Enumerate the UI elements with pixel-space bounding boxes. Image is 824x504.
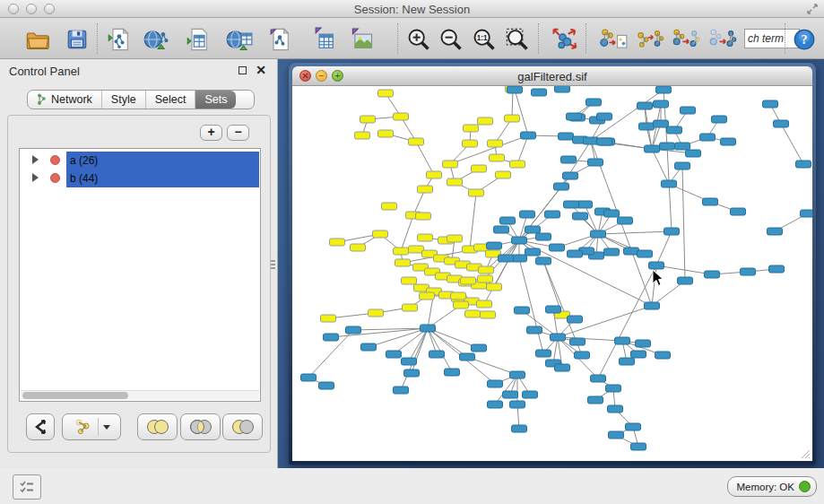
help-button[interactable]: ? — [790, 25, 819, 54]
set-row-b[interactable]: b (44) — [20, 169, 260, 187]
expand-arrow-icon[interactable] — [32, 173, 39, 182]
application-window: Session: New Session — [0, 0, 824, 504]
set-difference-button[interactable] — [222, 413, 263, 440]
network-frame-title: galFiltered.sif — [292, 70, 812, 83]
toolbar-separator — [785, 23, 785, 54]
import-network-web-icon — [143, 27, 170, 52]
create-set-dropdown-button[interactable] — [62, 413, 121, 440]
remove-set-button[interactable]: − — [227, 125, 249, 141]
tab-network[interactable]: Network — [28, 91, 102, 109]
set-row-label: b (44) — [70, 172, 98, 185]
control-panel-tabbar: Network Style Select Sets — [27, 90, 255, 109]
import-network-file-button[interactable] — [105, 25, 134, 54]
toolbar-separator — [397, 23, 398, 54]
open-session-button[interactable] — [23, 25, 52, 54]
zoom-fit-selected-button[interactable] — [503, 25, 532, 54]
tab-style-label: Style — [111, 93, 136, 106]
set-color-icon — [50, 173, 60, 183]
select-first-neighbors-button[interactable] — [636, 25, 664, 54]
resize-grip-icon[interactable] — [800, 448, 811, 459]
set-row-a[interactable]: a (26) — [20, 152, 260, 169]
fullscreen-icon[interactable] — [806, 3, 819, 15]
button-divider — [98, 418, 99, 436]
import-table-web-button[interactable] — [225, 25, 254, 54]
new-network-from-selection-icon — [672, 26, 700, 53]
svg-text:1:1: 1:1 — [477, 34, 488, 42]
new-network-from-selection-button[interactable] — [672, 25, 700, 54]
status-bar: Memory: OK — [0, 468, 824, 504]
memory-status-button[interactable]: Memory: OK — [727, 476, 817, 497]
zoom-in-button[interactable] — [404, 25, 433, 54]
neighbors-file-icon — [599, 26, 628, 53]
tab-sets-label: Sets — [204, 93, 227, 106]
zoom-actual-size-button[interactable]: 1:1 — [470, 25, 499, 54]
network-tab-icon — [37, 93, 48, 106]
set-intersection-button[interactable] — [180, 413, 221, 440]
export-table-icon — [312, 27, 337, 52]
horizontal-scrollbar[interactable] — [21, 390, 259, 400]
apply-layout-button[interactable] — [551, 25, 579, 54]
tab-style[interactable]: Style — [102, 91, 146, 109]
zoom-in-icon — [406, 27, 431, 52]
splitter-collapse-handle[interactable] — [271, 260, 275, 271]
export-network-button[interactable] — [265, 25, 294, 54]
network-frame[interactable]: ✕ − + galFiltered.sif — [289, 63, 816, 465]
tab-select[interactable]: Select — [146, 91, 196, 109]
new-network-selected-edges-icon — [708, 26, 737, 53]
help-icon: ? — [793, 28, 816, 51]
open-icon — [25, 27, 50, 52]
mouse-cursor — [652, 269, 664, 287]
add-set-button[interactable]: + — [200, 125, 222, 141]
export-table-button[interactable] — [310, 25, 339, 54]
zoom-fit-icon — [505, 27, 530, 52]
split-sets-button[interactable] — [26, 413, 55, 440]
venn-difference-icon — [230, 419, 256, 435]
sets-list[interactable]: a (26) b (44) — [19, 148, 261, 402]
memory-ok-icon — [799, 481, 811, 492]
split-icon — [31, 418, 49, 436]
neighbors-from-file-button[interactable] — [599, 25, 628, 54]
scrollbar-thumb[interactable] — [22, 392, 128, 399]
apply-layout-icon — [551, 26, 578, 53]
network-graph-svg[interactable] — [292, 86, 812, 461]
save-icon — [65, 28, 89, 51]
control-panel: Control Panel ✕ Network Style Select — [0, 59, 278, 468]
save-session-button[interactable] — [63, 25, 91, 54]
network-desktop: ✕ − + galFiltered.sif — [278, 59, 824, 468]
toolbar-separator — [585, 23, 586, 54]
set-color-icon — [50, 155, 60, 165]
task-history-button[interactable] — [13, 474, 41, 500]
window-titlebar: Session: New Session — [0, 0, 824, 18]
export-network-icon — [267, 27, 292, 52]
zoom-actual-icon: 1:1 — [472, 27, 497, 52]
expand-arrow-icon[interactable] — [32, 155, 39, 164]
chevron-down-icon[interactable] — [103, 425, 110, 430]
tab-sets[interactable]: Sets — [195, 91, 236, 109]
import-network-file-icon — [107, 27, 132, 52]
tab-network-label: Network — [51, 93, 92, 106]
toolbar-separator — [538, 23, 539, 54]
import-network-web-button[interactable] — [143, 25, 171, 54]
set-union-button[interactable] — [137, 413, 178, 440]
venn-union-icon — [144, 419, 171, 435]
export-image-icon — [350, 27, 375, 52]
network-frame-titlebar[interactable]: ✕ − + galFiltered.sif — [292, 66, 812, 86]
main-toolbar: 1:1 — [0, 18, 824, 59]
export-image-button[interactable] — [348, 25, 377, 54]
select-neighbors-icon — [636, 26, 664, 53]
new-network-selected-edges-button[interactable] — [708, 25, 737, 54]
grouping-icon — [74, 418, 93, 436]
float-panel-icon[interactable] — [239, 66, 247, 74]
sets-panel: + − a (26) b (44) — [7, 115, 271, 453]
zoom-out-button[interactable] — [437, 25, 465, 54]
memory-label: Memory: OK — [736, 482, 794, 492]
import-table-file-button[interactable] — [184, 25, 213, 54]
control-panel-title: Control Panel — [9, 65, 80, 78]
close-panel-icon[interactable]: ✕ — [256, 63, 266, 77]
network-canvas[interactable] — [292, 86, 812, 461]
tab-select-label: Select — [155, 93, 186, 106]
control-panel-header: Control Panel ✕ — [0, 59, 277, 83]
toolbar-separator — [97, 23, 98, 54]
window-title: Session: New Session — [0, 3, 824, 16]
tasks-icon — [19, 480, 35, 494]
